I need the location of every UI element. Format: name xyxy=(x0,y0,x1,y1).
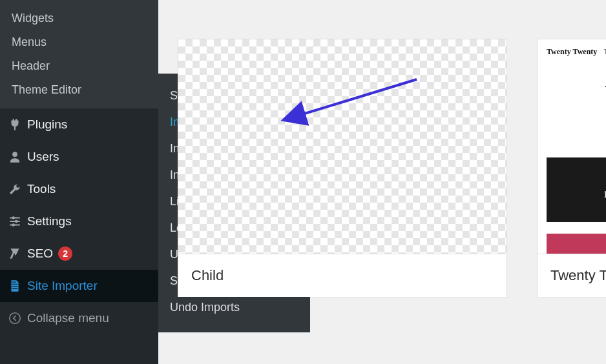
subnav-widgets[interactable]: Widgets xyxy=(0,6,158,30)
theme-card-title: Child xyxy=(178,254,507,297)
twenty-banner: AC 123 Storg xyxy=(547,157,606,222)
nav-settings[interactable]: Settings xyxy=(0,205,158,238)
nav-users[interactable]: Users xyxy=(0,141,158,173)
svg-point-3 xyxy=(12,223,15,226)
document-icon xyxy=(8,279,27,293)
svg-point-0 xyxy=(12,152,17,157)
twenty-tagline: The Defaul xyxy=(603,48,606,56)
collapse-icon xyxy=(8,311,27,325)
plug-icon xyxy=(8,117,27,132)
nav-label: SEO xyxy=(27,247,53,261)
twenty-hero: W M xyxy=(547,80,606,145)
theme-card-title: Twenty T xyxy=(538,254,606,297)
theme-thumbnail-transparent xyxy=(178,39,507,254)
admin-sidebar: Widgets Menus Header Theme Editor Plugin… xyxy=(0,0,158,364)
wrench-icon xyxy=(8,182,27,196)
nav-label: Users xyxy=(27,150,59,164)
twenty-button-bar xyxy=(547,234,606,254)
nav-seo[interactable]: SEO 2 xyxy=(0,238,158,270)
user-icon xyxy=(8,150,27,164)
theme-name: Twenty T xyxy=(550,267,606,284)
svg-point-1 xyxy=(12,216,15,219)
nav-label: Plugins xyxy=(27,117,67,132)
appearance-submenu: Widgets Menus Header Theme Editor xyxy=(0,0,158,108)
theme-thumbnail-twentytwenty: Twenty Twenty The Defaul W M AC 123 Stor… xyxy=(538,39,606,254)
theme-card-twentytwenty[interactable]: Twenty Twenty The Defaul W M AC 123 Stor… xyxy=(537,39,606,297)
nav-site-importer[interactable]: Site Importer xyxy=(0,270,158,302)
sliders-icon xyxy=(8,214,27,228)
subnav-theme-editor[interactable]: Theme Editor xyxy=(0,78,158,102)
nav-label: Settings xyxy=(27,214,72,228)
nav-label: Collapse menu xyxy=(27,311,109,325)
nav-plugins[interactable]: Plugins xyxy=(0,108,158,141)
subnav-menus[interactable]: Menus xyxy=(0,30,158,54)
theme-name: Child xyxy=(191,267,224,284)
nav-label: Tools xyxy=(27,182,56,196)
themes-content: Child Twenty Twenty The Defaul W M AC 12… xyxy=(158,0,606,364)
yoast-icon xyxy=(8,247,27,261)
nav-collapse[interactable]: Collapse menu xyxy=(0,302,158,334)
theme-card-child[interactable]: Child xyxy=(178,39,507,297)
subnav-header[interactable]: Header xyxy=(0,54,158,78)
svg-point-4 xyxy=(10,313,21,324)
svg-point-2 xyxy=(15,220,17,223)
seo-count-badge: 2 xyxy=(58,247,72,261)
nav-label: Site Importer xyxy=(27,279,98,293)
twenty-brand: Twenty Twenty xyxy=(547,47,597,57)
nav-tools[interactable]: Tools xyxy=(0,173,158,205)
